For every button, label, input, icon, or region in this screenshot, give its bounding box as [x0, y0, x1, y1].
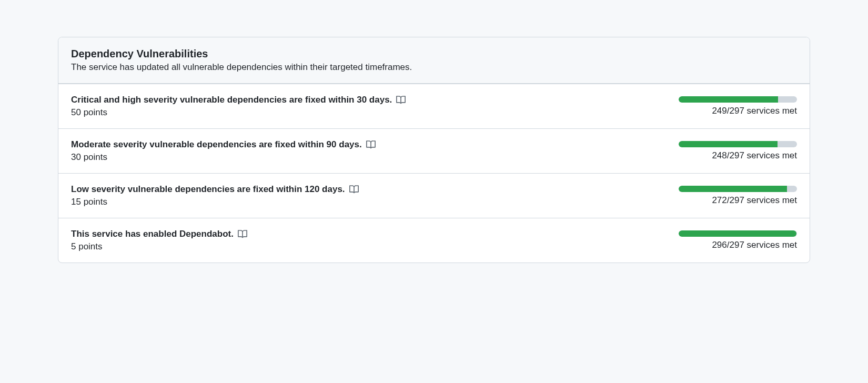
vulnerability-row: Moderate severity vulnerable dependencie… [58, 128, 810, 173]
vulnerability-row: Low severity vulnerable dependencies are… [58, 173, 810, 218]
row-title: This service has enabled Dependabot. [71, 229, 234, 239]
progress-bar [679, 141, 797, 147]
row-right: 296/297 services met [671, 230, 797, 250]
row-points: 5 points [71, 241, 671, 252]
row-right: 249/297 services met [671, 96, 797, 116]
panel-subtitle: The service has updated all vulnerable d… [71, 62, 797, 73]
progress-bar [679, 96, 797, 103]
row-left: Moderate severity vulnerable dependencie… [71, 139, 671, 163]
progress-fill [679, 141, 778, 147]
services-met-label: 272/297 services met [712, 195, 797, 206]
row-title: Low severity vulnerable dependencies are… [71, 184, 345, 195]
dependency-vulnerabilities-panel: Dependency Vulnerabilities The service h… [58, 37, 810, 263]
row-points: 30 points [71, 152, 671, 163]
book-icon[interactable] [238, 229, 247, 239]
progress-bar [679, 186, 797, 192]
book-icon[interactable] [396, 95, 406, 105]
panel-header: Dependency Vulnerabilities The service h… [58, 37, 810, 84]
row-left: Low severity vulnerable dependencies are… [71, 184, 671, 207]
row-points: 50 points [71, 107, 671, 118]
row-title: Critical and high severity vulnerable de… [71, 95, 392, 105]
row-right: 248/297 services met [671, 141, 797, 161]
panel-title: Dependency Vulnerabilities [71, 48, 797, 60]
book-icon[interactable] [349, 185, 359, 194]
progress-bar [679, 230, 797, 237]
row-title: Moderate severity vulnerable dependencie… [71, 139, 362, 150]
services-met-label: 249/297 services met [712, 106, 797, 116]
row-left: This service has enabled Dependabot. 5 p… [71, 229, 671, 252]
progress-fill [679, 230, 796, 237]
services-met-label: 248/297 services met [712, 150, 797, 161]
vulnerability-row: Critical and high severity vulnerable de… [58, 84, 810, 128]
book-icon[interactable] [366, 140, 376, 149]
row-points: 15 points [71, 197, 671, 207]
vulnerability-row: This service has enabled Dependabot. 5 p… [58, 218, 810, 263]
progress-fill [679, 186, 787, 192]
row-right: 272/297 services met [671, 186, 797, 206]
services-met-label: 296/297 services met [712, 240, 797, 250]
row-left: Critical and high severity vulnerable de… [71, 95, 671, 118]
progress-fill [679, 96, 778, 103]
